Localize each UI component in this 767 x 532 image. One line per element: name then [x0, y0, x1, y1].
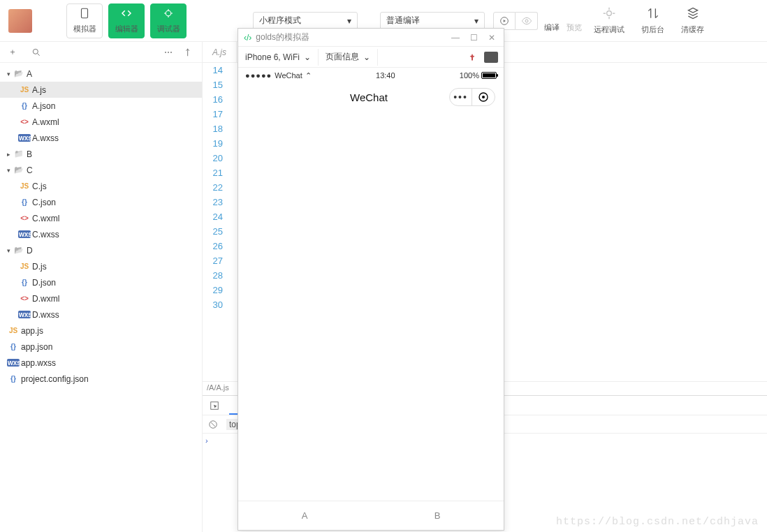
- svg-point-1: [166, 10, 171, 16]
- watermark: https://blog.csdn.net/cdhjava: [556, 516, 759, 528]
- close-button[interactable]: ✕: [485, 31, 498, 44]
- app-header: WeChat •••: [238, 83, 504, 111]
- maximize-button[interactable]: ☐: [467, 31, 480, 44]
- folder-a[interactable]: ▾A: [0, 66, 202, 82]
- capsule-close-icon[interactable]: [472, 91, 495, 103]
- capsule-button[interactable]: •••: [449, 88, 495, 106]
- svg-point-3: [525, 20, 528, 22]
- time-label: 13:40: [312, 71, 460, 80]
- svg-point-4: [607, 11, 612, 16]
- editor-button[interactable]: 编辑器: [108, 3, 145, 38]
- preview-label: 预览: [563, 22, 585, 33]
- mode-dropdown[interactable]: 小程序模式 ▾: [253, 12, 358, 30]
- editor-tab-active[interactable]: A.js: [203, 42, 237, 62]
- caret-down-icon: ▾: [347, 16, 351, 26]
- clear-cache-button[interactable]: 清缓存: [681, 6, 704, 35]
- preview-icon-button[interactable]: [516, 12, 538, 30]
- pin-icon: [468, 52, 476, 62]
- avatar[interactable]: [8, 9, 32, 33]
- caret-down-icon: ▾: [474, 16, 479, 26]
- wifi-icon: ⌃: [305, 71, 312, 80]
- code-icon: [120, 7, 133, 20]
- capsule-menu-icon[interactable]: •••: [450, 89, 472, 105]
- simulator-label: 模拟器: [73, 24, 96, 34]
- compile-dropdown[interactable]: 普通编译 ▾: [380, 12, 485, 30]
- explorer-toolbar: ＋ ⋯: [0, 42, 202, 63]
- eye-icon: [521, 15, 532, 27]
- folder-c[interactable]: ▾C: [0, 162, 202, 178]
- pin-button[interactable]: [465, 50, 480, 65]
- svg-rect-0: [82, 8, 88, 18]
- bug-icon: [162, 7, 175, 20]
- svg-point-5: [33, 49, 38, 54]
- phone-icon: [78, 7, 91, 20]
- new-file-button[interactable]: ＋: [6, 45, 20, 59]
- clear-cache-label: 清缓存: [681, 24, 704, 35]
- compile-dropdown-label: 普通编译: [386, 15, 420, 27]
- file-explorer: ＋ ⋯ ▾A JSA.js {}A.json <>A.wxml wxssA.wx…: [0, 42, 203, 532]
- search-icon: [31, 47, 41, 57]
- switch-icon: [646, 6, 660, 20]
- inspect-button[interactable]: [207, 398, 222, 413]
- battery-icon: [481, 72, 497, 79]
- file-app-wxss[interactable]: wxssapp.wxss: [0, 355, 202, 371]
- folder-d[interactable]: ▾D: [0, 242, 202, 258]
- file-c-wxml[interactable]: <>C.wxml: [0, 210, 202, 226]
- file-app-json[interactable]: {}app.json: [0, 339, 202, 355]
- file-a-wxml[interactable]: <>A.wxml: [0, 114, 202, 130]
- inspect-icon: [210, 401, 219, 411]
- stack-icon: [686, 6, 700, 20]
- search-button[interactable]: [29, 45, 43, 59]
- device-select[interactable]: iPhone 6, WiFi ⌄: [238, 49, 319, 66]
- remote-icon: [602, 6, 616, 20]
- svg-point-9: [482, 96, 485, 98]
- debugger-label: 调试器: [157, 24, 180, 34]
- tab-b[interactable]: B: [371, 501, 504, 530]
- phone-screen: ●●●●● WeChat ⌃ 13:40 100% WeChat ••• A B: [238, 68, 504, 530]
- debugger-button[interactable]: 调试器: [150, 3, 187, 38]
- compile-icon-button[interactable]: [493, 12, 516, 30]
- file-d-wxml[interactable]: <>D.wxml: [0, 290, 202, 306]
- phone-tabbar: A B: [238, 501, 504, 530]
- tab-a[interactable]: A: [238, 501, 371, 530]
- file-c-json[interactable]: {}C.json: [0, 194, 202, 210]
- file-app-js[interactable]: JSapp.js: [0, 323, 202, 339]
- file-c-js[interactable]: JSC.js: [0, 178, 202, 194]
- editor-label: 编辑器: [115, 24, 138, 34]
- snapshot-button[interactable]: [484, 52, 498, 63]
- more-button[interactable]: ⋯: [161, 45, 175, 59]
- app-title: WeChat: [288, 91, 449, 103]
- no-icon: [208, 420, 218, 429]
- minimize-button[interactable]: —: [449, 31, 462, 44]
- collapse-button[interactable]: [182, 45, 196, 59]
- simulator-window: ‹/› golds的模拟器 — ☐ ✕ iPhone 6, WiFi ⌄ 页面信…: [238, 28, 504, 531]
- simulator-toolbar: iPhone 6, WiFi ⌄ 页面信息 ⌄: [238, 47, 504, 68]
- switch-bg-button[interactable]: 切后台: [641, 6, 664, 35]
- file-a-json[interactable]: {}A.json: [0, 98, 202, 114]
- file-d-wxss[interactable]: wxssD.wxss: [0, 306, 202, 323]
- compile-icon: [499, 15, 510, 27]
- file-project-config[interactable]: {}project.config.json: [0, 371, 202, 387]
- switch-bg-label: 切后台: [641, 24, 664, 35]
- simulator-button[interactable]: 模拟器: [66, 3, 103, 38]
- simulator-title: golds的模拟器: [256, 31, 444, 43]
- phone-content: [238, 111, 504, 501]
- code-icon: ‹/›: [244, 33, 251, 43]
- collapse-icon: [184, 47, 194, 57]
- file-d-json[interactable]: {}D.json: [0, 274, 202, 290]
- signal-icon: ●●●●●: [245, 71, 272, 80]
- clear-console-button[interactable]: [207, 418, 219, 431]
- remote-debug-button[interactable]: 远程调试: [594, 6, 624, 35]
- folder-b[interactable]: ▸B: [0, 146, 202, 162]
- file-c-wxss[interactable]: wxssC.wxss: [0, 226, 202, 242]
- file-tree: ▾A JSA.js {}A.json <>A.wxml wxssA.wxss ▸…: [0, 63, 202, 532]
- file-a-js[interactable]: JSA.js: [0, 82, 202, 98]
- status-bar: ●●●●● WeChat ⌃ 13:40 100%: [238, 68, 504, 83]
- carrier-label: WeChat: [275, 71, 302, 80]
- simulator-titlebar[interactable]: ‹/› golds的模拟器 — ☐ ✕: [238, 29, 504, 47]
- file-a-wxss[interactable]: wxssA.wxss: [0, 130, 202, 146]
- file-d-js[interactable]: JSD.js: [0, 258, 202, 274]
- line-gutter: 1415161718192021222324252627282930: [203, 63, 227, 312]
- page-info-select[interactable]: 页面信息 ⌄: [319, 49, 378, 66]
- compile-label: 编译: [541, 22, 563, 33]
